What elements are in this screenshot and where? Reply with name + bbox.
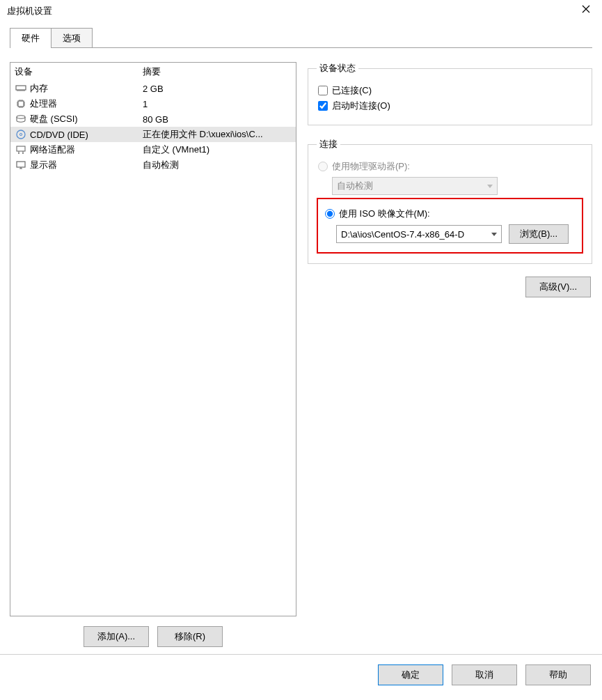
device-row-disk[interactable]: 硬盘 (SCSI) 80 GB [10, 111, 296, 127]
device-status-legend: 设备状态 [317, 62, 358, 75]
device-list-header: 设备 摘要 [10, 63, 296, 81]
titlebar: 虚拟机设置 [0, 0, 602, 22]
browse-button[interactable]: 浏览(B)... [509, 224, 569, 244]
monitor-icon [15, 160, 27, 171]
device-name: CD/DVD (IDE) [30, 130, 143, 140]
svg-rect-1 [18, 101, 24, 107]
close-icon [582, 5, 590, 13]
ok-button[interactable]: 确定 [378, 664, 443, 685]
iso-radio-row[interactable]: 使用 ISO 映像文件(M): [325, 208, 576, 220]
physical-drive-radio[interactable] [318, 162, 328, 171]
network-icon [15, 144, 27, 155]
tab-hardware[interactable]: 硬件 [10, 28, 52, 48]
chevron-down-icon [487, 185, 493, 188]
cpu-icon [15, 98, 27, 109]
window-title: 虚拟机设置 [7, 5, 52, 17]
chevron-down-icon [491, 233, 497, 236]
connect-poweron-label: 启动时连接(O) [332, 100, 390, 112]
disc-icon [15, 129, 27, 140]
connection-group: 连接 使用物理驱动器(P): 自动检测 使用 ISO 映像文件(M): [308, 138, 592, 264]
svg-rect-8 [17, 162, 25, 167]
iso-path-combo[interactable]: D:\a\ios\CentOS-7.4-x86_64-D [336, 225, 502, 243]
header-summary: 摘要 [143, 65, 292, 78]
memory-icon [15, 83, 27, 94]
physical-drive-combo: 自动检测 [332, 177, 498, 195]
iso-label: 使用 ISO 映像文件(M): [339, 208, 430, 220]
iso-radio[interactable] [325, 209, 335, 219]
connected-label: 已连接(C) [332, 84, 372, 97]
device-name: 硬盘 (SCSI) [30, 113, 143, 125]
device-row-cddvd[interactable]: CD/DVD (IDE) 正在使用文件 D:\xuexi\ios\C... [10, 127, 296, 142]
svg-point-4 [19, 133, 22, 135]
iso-highlight-box: 使用 ISO 映像文件(M): D:\a\ios\CentOS-7.4-x86_… [317, 198, 583, 254]
advanced-button[interactable]: 高级(V)... [525, 277, 591, 297]
svg-point-2 [17, 116, 25, 118]
device-name: 内存 [30, 82, 143, 95]
device-status-group: 设备状态 已连接(C) 启动时连接(O) [308, 62, 592, 125]
device-name: 处理器 [30, 98, 143, 110]
device-row-network[interactable]: 网络适配器 自定义 (VMnet1) [10, 142, 296, 157]
svg-point-7 [22, 153, 24, 154]
device-name: 网络适配器 [30, 143, 143, 156]
device-row-cpu[interactable]: 处理器 1 [10, 96, 296, 111]
disk-icon [15, 114, 27, 125]
physical-drive-value: 自动检测 [337, 180, 373, 192]
physical-drive-radio-row[interactable]: 使用物理驱动器(P): [318, 160, 583, 173]
device-row-display[interactable]: 显示器 自动检测 [10, 157, 296, 173]
connected-checkbox[interactable] [318, 86, 328, 95]
cancel-button[interactable]: 取消 [452, 664, 517, 685]
svg-rect-0 [16, 86, 26, 90]
svg-rect-5 [17, 146, 25, 151]
dialog-footer: 确定 取消 帮助 [0, 654, 602, 695]
connected-checkbox-row[interactable]: 已连接(C) [318, 84, 583, 97]
connect-poweron-checkbox-row[interactable]: 启动时连接(O) [318, 100, 583, 112]
device-summary: 2 GB [143, 84, 292, 94]
physical-drive-label: 使用物理驱动器(P): [332, 160, 410, 173]
tab-strip: 硬件 选项 [10, 28, 602, 48]
device-summary: 自定义 (VMnet1) [143, 143, 292, 156]
device-summary: 1 [143, 99, 292, 109]
connection-legend: 连接 [317, 138, 340, 150]
device-name: 显示器 [30, 159, 143, 171]
device-list: 设备 摘要 内存 2 GB 处理器 1 [10, 62, 296, 616]
svg-point-3 [17, 130, 25, 139]
remove-button[interactable]: 移除(R) [157, 626, 223, 647]
connect-poweron-checkbox[interactable] [318, 101, 328, 111]
device-summary: 80 GB [143, 114, 292, 125]
help-button[interactable]: 帮助 [525, 664, 591, 685]
svg-point-6 [18, 153, 19, 154]
device-row-memory[interactable]: 内存 2 GB [10, 81, 296, 96]
header-device: 设备 [15, 65, 143, 78]
close-button[interactable] [570, 0, 602, 20]
device-summary: 自动检测 [143, 159, 292, 171]
iso-path-value: D:\a\ios\CentOS-7.4-x86_64-D [341, 229, 464, 240]
device-summary: 正在使用文件 D:\xuexi\ios\C... [143, 128, 292, 141]
add-button[interactable]: 添加(A)... [84, 626, 149, 647]
tab-options[interactable]: 选项 [52, 28, 93, 48]
